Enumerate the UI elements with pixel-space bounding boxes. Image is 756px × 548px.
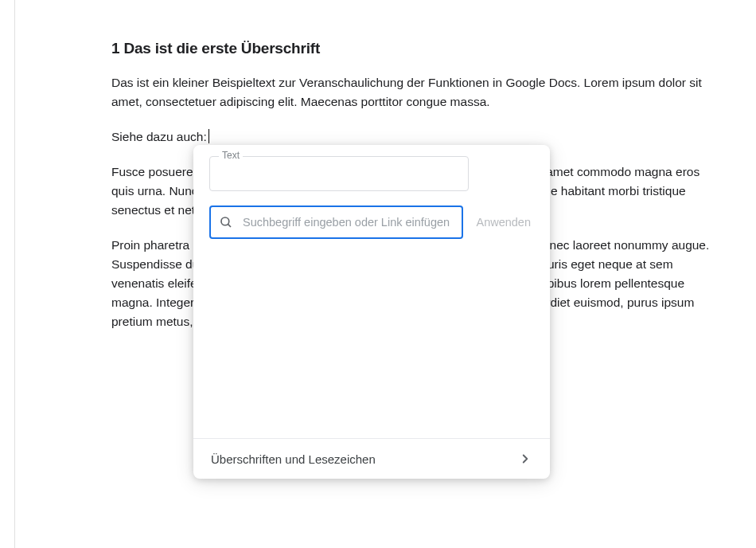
link-text-input[interactable] <box>209 156 469 191</box>
headings-bookmarks-row[interactable]: Überschriften und Lesezeichen <box>193 438 550 479</box>
svg-line-1 <box>228 224 231 227</box>
svg-point-0 <box>221 217 229 225</box>
insert-link-dialog: Text Anwenden Überschriften und Lesezeic… <box>193 145 550 479</box>
dialog-body: Text Anwenden <box>193 145 550 239</box>
paragraph-2-text: Siehe dazu auch: <box>111 130 207 143</box>
search-icon <box>219 215 233 229</box>
footer-label: Überschriften und Lesezeichen <box>211 452 376 466</box>
link-search-input[interactable] <box>209 206 463 239</box>
text-cursor <box>208 129 209 143</box>
search-field-wrapper <box>209 206 463 239</box>
apply-button[interactable]: Anwenden <box>473 209 534 235</box>
page-edge <box>14 0 15 548</box>
heading-1[interactable]: 1 Das ist die erste Überschrift <box>111 40 724 57</box>
paragraph-2[interactable]: Siehe dazu auch: <box>111 127 724 147</box>
search-row: Anwenden <box>209 206 534 239</box>
text-field-label: Text <box>219 150 243 161</box>
text-field-wrapper: Text <box>209 156 534 191</box>
paragraph-1[interactable]: Das ist ein kleiner Beispieltext zur Ver… <box>111 73 724 112</box>
dialog-spacer <box>193 247 550 438</box>
chevron-right-icon <box>518 452 532 466</box>
